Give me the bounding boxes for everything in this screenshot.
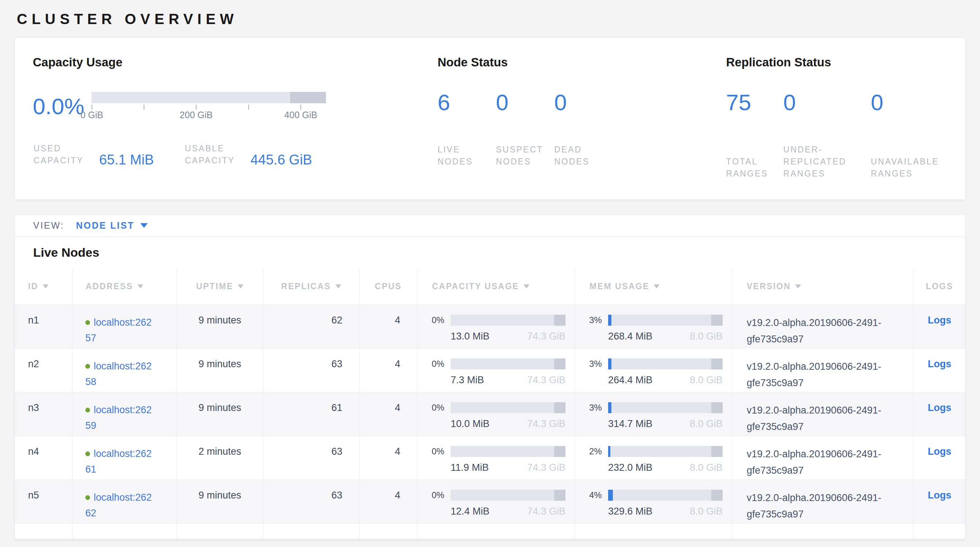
summary-card: Capacity Usage 0.0% 0 GiB xyxy=(14,38,966,200)
unavailable-ranges-label: UNAVAILABLE RANGES xyxy=(871,156,958,180)
live-status-icon xyxy=(85,320,90,325)
logs-cell: Logs xyxy=(913,305,966,348)
capacity-used-value: 7.3 MiB xyxy=(450,375,484,386)
node-address-link-line2[interactable]: 62 xyxy=(85,507,96,518)
sort-caret-icon xyxy=(795,285,801,288)
mem-used-value: 232.0 MiB xyxy=(608,462,652,473)
logs-link[interactable]: Logs xyxy=(928,358,951,369)
node-address-cell: localhost:262 58 xyxy=(72,348,177,392)
column-header-version[interactable]: VERSION xyxy=(732,269,913,304)
uptime-cell: 9 minutes xyxy=(177,480,263,523)
column-header-logs: LOGS xyxy=(913,269,966,304)
used-capacity-label: USED CAPACITY xyxy=(33,143,95,167)
version-cell: v19.2.0-alpha.20190606-2491- gfe735c9a97 xyxy=(732,393,913,436)
usable-capacity-label: USABLE CAPACITY xyxy=(185,143,246,167)
node-id-cell: n4 xyxy=(15,436,72,480)
table-header-row: IDADDRESSUPTIMEREPLICASCPUSCAPACITY USAG… xyxy=(15,269,965,304)
mem-percent-label: 3% xyxy=(589,315,608,325)
cpus-cell: 4 xyxy=(359,436,417,480)
node-address-link[interactable]: localhost:262 xyxy=(94,317,152,328)
uptime-cell: 9 minutes xyxy=(177,305,263,348)
mem-total-value: 8.0 GiB xyxy=(690,375,722,386)
mem-usage-cell: 3% 314.7 MiB 8.0 GiB xyxy=(574,393,732,436)
logs-link[interactable]: Logs xyxy=(928,315,951,326)
page-title: CLUSTER OVERVIEW xyxy=(17,11,966,27)
tick-label-0gib: 0 GiB xyxy=(81,110,103,120)
version-line1: v19.2.0-alpha.20190606-2491- xyxy=(747,402,913,419)
sort-caret-icon xyxy=(137,285,143,288)
capacity-percent-label: 0% xyxy=(432,490,450,500)
node-address-link-line2[interactable]: 58 xyxy=(85,376,96,387)
capacity-used-value: 11.9 MiB xyxy=(450,462,489,473)
logs-cell: Logs xyxy=(913,348,966,392)
node-address-link[interactable]: localhost:262 xyxy=(94,404,152,415)
capacity-usage-cell: 0% 10.0 MiB 74.3 GiB xyxy=(417,393,574,436)
total-ranges-count: 75 xyxy=(726,89,783,115)
column-header-capacity-usage[interactable]: CAPACITY USAGE xyxy=(417,269,574,304)
replicas-cell: 62 xyxy=(263,305,359,348)
cpus-cell: 4 xyxy=(359,480,417,523)
column-header-id[interactable]: ID xyxy=(15,269,72,304)
view-dropdown[interactable]: NODE LIST xyxy=(76,220,147,231)
uptime-cell: 2 minutes xyxy=(177,436,263,480)
live-status-icon xyxy=(85,452,90,456)
replication-status-section: Replication Status 75 0 0 TOTAL RANGES U… xyxy=(726,56,965,199)
logs-link[interactable]: Logs xyxy=(928,490,951,501)
node-address-link-line2[interactable]: 59 xyxy=(85,420,96,431)
version-line1: v19.2.0-alpha.20190606-2491- xyxy=(747,446,913,463)
version-line2: gfe735c9a97 xyxy=(747,463,913,479)
node-address-link[interactable]: localhost:262 xyxy=(94,492,152,503)
cpus-cell: 4 xyxy=(359,305,417,348)
under-replicated-ranges-count: 0 xyxy=(783,89,871,115)
live-status-icon xyxy=(85,364,90,369)
table-row: n5 localhost:262 62 9 minutes 63 4 0% 12… xyxy=(15,480,965,523)
capacity-bar-track xyxy=(92,92,326,103)
chevron-down-icon xyxy=(140,223,148,228)
version-cell: v19.2.0-alpha.20190606-2491- gfe735c9a97 xyxy=(732,436,913,480)
usable-capacity-stat: USABLE CAPACITY 445.6 GiB xyxy=(185,143,312,167)
logs-cell: Logs xyxy=(913,393,966,436)
capacity-bar-other-segment xyxy=(290,92,326,103)
capacity-bar: 0 GiB 200 GiB 400 GiB xyxy=(92,92,326,121)
view-label: VIEW: xyxy=(33,220,64,231)
capacity-usage-bar xyxy=(450,402,565,413)
capacity-usage-bar xyxy=(450,446,565,457)
node-address-link[interactable]: localhost:262 xyxy=(94,361,152,372)
mem-total-value: 8.0 GiB xyxy=(690,506,722,517)
capacity-total-value: 74.3 GiB xyxy=(527,375,565,386)
table-row: n1 localhost:262 57 9 minutes 62 4 0% 13… xyxy=(15,304,965,348)
live-nodes-title: Live Nodes xyxy=(15,237,965,269)
node-address-link[interactable]: localhost:262 xyxy=(94,448,152,459)
mem-percent-label: 3% xyxy=(589,402,608,413)
mem-total-value: 8.0 GiB xyxy=(690,462,722,473)
mem-total-value: 8.0 GiB xyxy=(690,418,722,429)
live-nodes-card: Live Nodes IDADDRESSUPTIMEREPLICASCPUSCA… xyxy=(14,237,966,539)
used-capacity-stat: USED CAPACITY 65.1 MiB xyxy=(33,143,154,167)
node-address-cell: localhost:262 62 xyxy=(72,480,177,523)
mem-usage-bar xyxy=(608,490,722,501)
node-address-link-line2[interactable]: 57 xyxy=(85,332,96,343)
version-cell: v19.2.0-alpha.20190606-2491- gfe735c9a97 xyxy=(732,480,913,523)
column-header-address[interactable]: ADDRESS xyxy=(72,269,177,304)
capacity-percent-label: 0% xyxy=(432,446,450,456)
column-header-uptime[interactable]: UPTIME xyxy=(177,269,263,304)
cpus-cell: 4 xyxy=(359,348,417,392)
used-capacity-value: 65.1 MiB xyxy=(99,152,154,168)
version-cell: v19.2.0-alpha.20190606-2491- gfe735c9a97 xyxy=(732,305,913,348)
capacity-total-value: 74.3 GiB xyxy=(527,506,565,517)
version-line2: gfe735c9a97 xyxy=(747,375,913,391)
column-header-replicas[interactable]: REPLICAS xyxy=(263,269,359,304)
logs-link[interactable]: Logs xyxy=(928,446,951,457)
version-line2: gfe735c9a97 xyxy=(747,331,913,348)
mem-usage-bar xyxy=(608,315,722,326)
capacity-percent-label: 0% xyxy=(432,315,450,325)
node-address-link-line2[interactable]: 61 xyxy=(85,464,96,475)
uptime-cell: 9 minutes xyxy=(177,348,263,392)
column-header-mem-usage[interactable]: MEM USAGE xyxy=(574,269,732,304)
table-partial-row xyxy=(15,523,965,539)
mem-percent-label: 3% xyxy=(589,359,608,369)
capacity-usage-bar xyxy=(450,358,565,369)
capacity-usage-cell: 0% 11.9 MiB 74.3 GiB xyxy=(417,436,574,480)
capacity-used-value: 12.4 MiB xyxy=(450,506,490,517)
logs-link[interactable]: Logs xyxy=(928,402,951,413)
